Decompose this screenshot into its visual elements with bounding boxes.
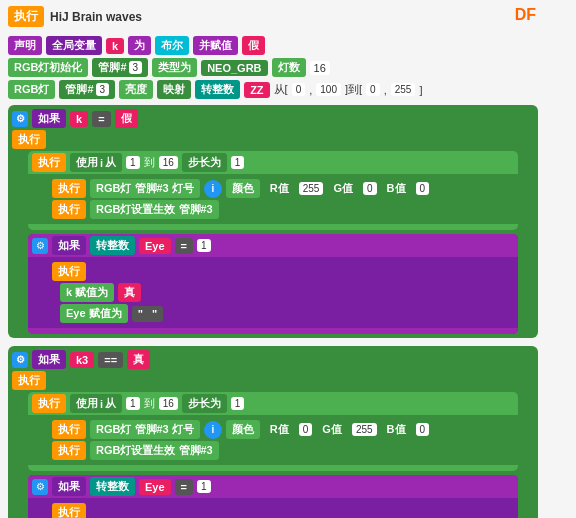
k-block: k	[106, 38, 124, 54]
if4-header: ⚙ 如果 转整数 Eye = 1	[28, 475, 518, 498]
map-to1: 0	[366, 83, 380, 96]
if1-toggle[interactable]: ⚙	[12, 111, 28, 127]
loop1-footer	[28, 224, 518, 230]
if4-block: ⚙ 如果 转整数 Eye = 1 执行 k3 赋值为	[28, 475, 518, 518]
eye-block1: Eye	[139, 238, 171, 254]
eq3-block: ==	[98, 352, 123, 368]
to-int3-block: 转整数	[90, 477, 135, 496]
g-val2: 255	[352, 423, 377, 436]
loop1-body: 执行 RGB灯 管脚#3 灯号 i 颜色 R值 255 G值 0 B值 0	[28, 176, 518, 224]
b-val1: 0	[416, 182, 430, 195]
color-block2: 颜色	[226, 420, 260, 439]
exec-title-label: 执行	[14, 8, 38, 25]
one-val1: 1	[197, 239, 211, 252]
title-bar: 执行 HiJ Brain waves	[8, 6, 142, 27]
exec2-line: 执行	[12, 371, 534, 390]
eq-block1: =	[92, 111, 110, 127]
eye-block2: Eye	[139, 479, 171, 495]
from-label: 从[	[274, 82, 288, 97]
exec-title-block: 执行	[8, 6, 44, 27]
exec-rgb2: 执行	[52, 420, 86, 439]
map-from1: 0	[292, 83, 306, 96]
k-assign-block: k 赋值为	[60, 283, 114, 302]
if2-exec-line: 执行	[52, 262, 515, 281]
exec-rgb1: 执行	[52, 179, 86, 198]
zz-block: ZZ	[244, 82, 269, 98]
and-value-block: 并赋值	[193, 36, 238, 55]
pin3-num: 3	[96, 83, 110, 96]
if3-toggle[interactable]: ⚙	[12, 352, 28, 368]
rgb-effect-block1: RGB灯设置生效 管脚#3	[90, 200, 219, 219]
pin3-block: 管脚# 3	[59, 80, 115, 99]
rgb-init-line: RGB灯初始化 管脚# 3 类型为 NEO_GRB 灯数 16	[8, 58, 568, 77]
k-val-block: k	[70, 111, 88, 127]
true-block: 真	[118, 283, 141, 302]
if2-footer	[28, 328, 518, 334]
rgb-light1-line: 执行 RGB灯 管脚#3 灯号 i 颜色 R值 255 G值 0 B值 0	[52, 179, 515, 198]
loop-section-1: 执行 使用 i 从 1 到 16 步长为 1	[28, 151, 534, 230]
rgb-light2-line: 执行 RGB灯 管脚#3 灯号 i 颜色 R值 0 G值 255 B值 0	[52, 420, 515, 439]
i-circle-1: i	[204, 180, 222, 198]
if4-toggle[interactable]: ⚙	[32, 479, 48, 495]
loop-section-2: 执行 使用 i 从 1 到 16 步长为 1 执行 RGB灯 管脚#3 灯号	[28, 392, 534, 471]
map-to2: 255	[391, 83, 416, 96]
rgb-light-block2: RGB灯 管脚#3 灯号	[90, 420, 200, 439]
light-num: 16	[310, 61, 330, 75]
k3-block: k3	[70, 352, 94, 368]
exec-if4: 执行	[52, 503, 86, 518]
rgb-brightness-line: RGB灯 管脚# 3 亮度 映射 转整数 ZZ 从[ 0 , 100 ]到[	[8, 80, 568, 99]
outer-green-block-2: ⚙ 如果 k3 == 真 执行 执行 使用 i 从 1 到 16	[8, 346, 538, 518]
use-i-block: 使用 i 从	[70, 153, 122, 172]
if4-exec-line: 执行	[52, 503, 515, 518]
if2-section: ⚙ 如果 转整数 Eye = 1 执行	[28, 234, 534, 334]
loop2-from: 1	[126, 397, 140, 410]
r-val2: 0	[299, 423, 313, 436]
eye-assign-block1: Eye 赋值为	[60, 304, 128, 323]
if2-header: ⚙ 如果 转整数 Eye = 1	[28, 234, 518, 257]
to-int2-block: 转整数	[90, 236, 135, 255]
step2-block: 步长为	[182, 394, 227, 413]
b-val2: 0	[416, 423, 430, 436]
light-label-block: 灯数	[272, 58, 306, 77]
exec2-block: 执行	[12, 371, 46, 390]
loop-from: 1	[126, 156, 140, 169]
if1-header: ⚙ 如果 k = 假	[12, 109, 534, 128]
step2-val: 1	[231, 397, 245, 410]
type-label-block: 类型为	[152, 58, 197, 77]
declare-line: 声明 全局变量 k 为 布尔 并赋值 假	[8, 36, 568, 55]
global-var-block: 全局变量	[46, 36, 102, 55]
g-block1: G值	[327, 179, 359, 198]
as-block: 为	[128, 36, 151, 55]
loop2-to: 16	[159, 397, 178, 410]
loop-block-2: 执行 使用 i 从 1 到 16 步长为 1 执行 RGB灯 管脚#3 灯号	[28, 392, 518, 471]
rgb-effect2-line: 执行 RGB灯设置生效 管脚#3	[52, 441, 515, 460]
rgb-init-block: RGB灯初始化	[8, 58, 88, 77]
b-block1: B值	[381, 179, 412, 198]
rgb-block: RGB灯	[8, 80, 55, 99]
if4-section: ⚙ 如果 转整数 Eye = 1 执行 k3 赋值为	[28, 475, 534, 518]
rgb-effect-block2: RGB灯设置生效 管脚#3	[90, 441, 219, 460]
brain-waves-title: HiJ Brain waves	[50, 10, 142, 24]
loop2-header: 执行 使用 i 从 1 到 16 步长为 1	[28, 392, 518, 415]
false-val-block1: 假	[115, 109, 138, 128]
r-val1: 255	[299, 182, 324, 195]
color-block1: 颜色	[226, 179, 260, 198]
true-val-block: 真	[127, 350, 150, 369]
use-i2-block: 使用 i 从	[70, 394, 122, 413]
pin-block: 管脚# 3	[92, 58, 148, 77]
if1-block: 如果	[32, 109, 66, 128]
pin-num: 3	[129, 61, 143, 74]
exec-loop2: 执行	[32, 394, 66, 413]
loop2-body: 执行 RGB灯 管脚#3 灯号 i 颜色 R值 0 G值 255 B值 0	[28, 417, 518, 465]
loop1-header: 执行 使用 i 从 1 到 16 步长为 1	[28, 151, 518, 174]
if2-body: 执行 k 赋值为 真 Eye 赋值为 " "	[28, 259, 518, 328]
if3-block: 如果	[32, 350, 66, 369]
exec-if2: 执行	[52, 262, 86, 281]
if2-toggle[interactable]: ⚙	[32, 238, 48, 254]
i-circle-2: i	[204, 421, 222, 439]
if2-block: ⚙ 如果 转整数 Eye = 1 执行	[28, 234, 518, 334]
false-block: 假	[242, 36, 265, 55]
df-label: DF	[515, 6, 536, 24]
g-val1: 0	[363, 182, 377, 195]
empty-str1: " "	[132, 306, 164, 322]
